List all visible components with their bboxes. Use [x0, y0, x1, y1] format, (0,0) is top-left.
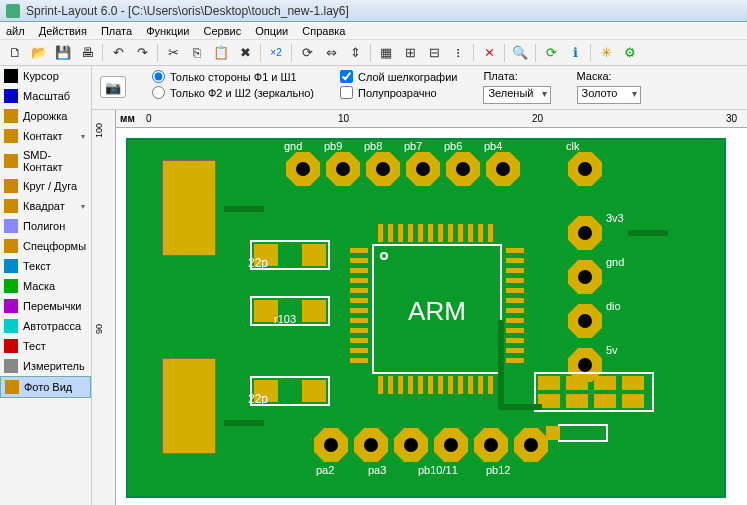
tool-текст[interactable]: Текст — [0, 256, 91, 276]
tool-курсор[interactable]: Курсор — [0, 66, 91, 86]
tool-тест[interactable]: Тест — [0, 336, 91, 356]
remove-conn-button[interactable]: ⨯ — [478, 42, 500, 64]
pad — [354, 428, 388, 462]
silk-label: 3v3 — [606, 212, 624, 224]
menu-options[interactable]: Опции — [255, 25, 288, 37]
menu-functions[interactable]: Функции — [146, 25, 189, 37]
tool-icon — [4, 299, 18, 313]
tool-label: Измеритель — [23, 360, 85, 372]
tool-label: Круг / Дуга — [23, 180, 77, 192]
tool-круг-дуга[interactable]: Круг / Дуга — [0, 176, 91, 196]
silk-label: clk — [566, 140, 579, 152]
pad — [434, 428, 468, 462]
pad — [286, 152, 320, 186]
title-bar: Sprint-Layout 6.0 - [C:\Users\oris\Deskt… — [0, 0, 747, 22]
tool-маска[interactable]: Маска — [0, 276, 91, 296]
silk-label: pa2 — [316, 464, 334, 476]
silk-label: pb7 — [404, 140, 422, 152]
tool-label: Автотрасса — [23, 320, 81, 332]
tool-квадрат[interactable]: Квадрат▾ — [0, 196, 91, 216]
macro-button[interactable]: ✳ — [595, 42, 617, 64]
undo-button[interactable]: ↶ — [107, 42, 129, 64]
tool-icon — [5, 380, 19, 394]
mirror-v-button[interactable]: ⇕ — [344, 42, 366, 64]
plata-label: Плата: — [483, 70, 550, 82]
redo-button[interactable]: ↷ — [131, 42, 153, 64]
tool-label: Курсор — [23, 70, 59, 82]
tool-icon — [4, 69, 18, 83]
tool-label: Текст — [23, 260, 51, 272]
radio-side1[interactable]: Только стороны Ф1 и Ш1 — [152, 70, 314, 83]
rotate-button[interactable]: ⟳ — [296, 42, 318, 64]
pad — [474, 428, 508, 462]
zoom-button[interactable]: 🔍 — [509, 42, 531, 64]
chk-silkscreen[interactable]: Слой шелкографии — [340, 70, 457, 83]
tool-спецформы[interactable]: Спецформы — [0, 236, 91, 256]
tool-icon — [4, 359, 18, 373]
align-button[interactable]: ▦ — [375, 42, 397, 64]
ruler-vertical: 100 90 — [92, 110, 116, 505]
ungroup-button[interactable]: ⊟ — [423, 42, 445, 64]
new-button[interactable]: 🗋 — [4, 42, 26, 64]
tool-icon — [4, 154, 18, 168]
tool-label: Перемычки — [23, 300, 81, 312]
tool-дорожка[interactable]: Дорожка — [0, 106, 91, 126]
tool-icon — [4, 319, 18, 333]
tool-icon — [4, 199, 18, 213]
menu-board[interactable]: Плата — [101, 25, 132, 37]
cut-button[interactable]: ✂ — [162, 42, 184, 64]
tool-label: Тест — [23, 340, 46, 352]
delete-button[interactable]: ✖ — [234, 42, 256, 64]
pad — [568, 216, 602, 250]
tool-масштаб[interactable]: Масштаб — [0, 86, 91, 106]
tool-icon — [4, 279, 18, 293]
pad — [394, 428, 428, 462]
menu-service[interactable]: Сервис — [203, 25, 241, 37]
arm-chip: ARM — [372, 244, 502, 374]
tool-перемычки[interactable]: Перемычки — [0, 296, 91, 316]
tool-sidebar: КурсорМасштабДорожкаКонтакт▾SMD-КонтактК… — [0, 66, 92, 505]
pcb-canvas[interactable]: 22p r103 22p ARM — [116, 128, 747, 505]
tool-фото-вид[interactable]: Фото Вид — [0, 376, 91, 398]
tool-smd-контакт[interactable]: SMD-Контакт — [0, 146, 91, 176]
info-button[interactable]: ℹ — [564, 42, 586, 64]
silk-label: pb4 — [484, 140, 502, 152]
maska-select[interactable]: Золото — [577, 86, 641, 104]
tool-icon — [4, 109, 18, 123]
camera-icon[interactable]: 📷 — [100, 76, 126, 98]
plata-select[interactable]: Зеленый — [483, 86, 550, 104]
radio-side2[interactable]: Только Ф2 и Ш2 (зеркально) — [152, 86, 314, 99]
pad — [366, 152, 400, 186]
pad — [568, 260, 602, 294]
pad — [486, 152, 520, 186]
tool-полигон[interactable]: Полигон — [0, 216, 91, 236]
mirror-h-button[interactable]: ⇔ — [320, 42, 342, 64]
open-button[interactable]: 📂 — [28, 42, 50, 64]
chevron-down-icon: ▾ — [79, 132, 87, 140]
tool-icon — [4, 239, 18, 253]
drc-button[interactable]: ⚙ — [619, 42, 641, 64]
save-button[interactable]: 💾 — [52, 42, 74, 64]
silk-label: pa3 — [368, 464, 386, 476]
tool-автотрасса[interactable]: Автотрасса — [0, 316, 91, 336]
copy-button[interactable]: ⎘ — [186, 42, 208, 64]
refresh-button[interactable]: ⟳ — [540, 42, 562, 64]
pad — [326, 152, 360, 186]
tool-контакт[interactable]: Контакт▾ — [0, 126, 91, 146]
group-button[interactable]: ⊞ — [399, 42, 421, 64]
pad — [446, 152, 480, 186]
duplicate-button[interactable]: ×2 — [265, 42, 287, 64]
print-button[interactable]: 🖶 — [76, 42, 98, 64]
maska-label: Маска: — [577, 70, 641, 82]
pad — [514, 428, 548, 462]
grid-button[interactable]: ⫶ — [447, 42, 469, 64]
menu-file[interactable]: айл — [6, 25, 25, 37]
view-options-bar: 📷 Только стороны Ф1 и Ш1 Только Ф2 и Ш2 … — [92, 66, 747, 110]
menu-actions[interactable]: Действия — [39, 25, 87, 37]
menu-help[interactable]: Справка — [302, 25, 345, 37]
chk-transparent[interactable]: Полупрозрачно — [340, 86, 457, 99]
tool-label: Полигон — [23, 220, 65, 232]
paste-button[interactable]: 📋 — [210, 42, 232, 64]
tool-label: Фото Вид — [24, 381, 72, 393]
tool-измеритель[interactable]: Измеритель — [0, 356, 91, 376]
